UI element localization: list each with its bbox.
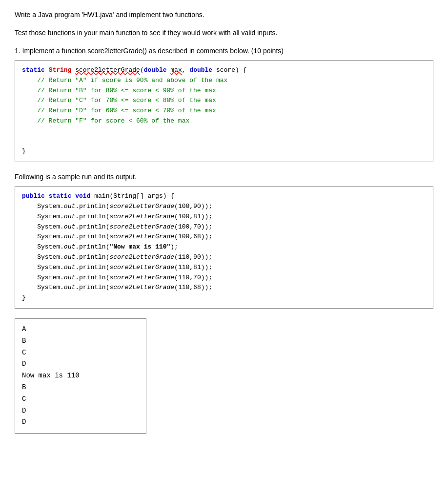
section1-title: 1. Implement a function score2letterGrad… bbox=[15, 46, 433, 56]
section2-title: Following is a sample run and its output… bbox=[15, 172, 433, 182]
output-line-6: B bbox=[22, 382, 139, 394]
code-box-1: static String score2letterGrade(double m… bbox=[15, 60, 433, 162]
output-line-3: C bbox=[22, 347, 139, 359]
output-line-8: D bbox=[22, 405, 139, 417]
output-line-1: A bbox=[22, 324, 139, 335]
output-line-7: C bbox=[22, 394, 139, 405]
output-box: A B C D Now max is 110 B C D D bbox=[15, 318, 146, 434]
output-line-2: B bbox=[22, 335, 139, 347]
output-line-5: Now max is 110 bbox=[22, 370, 139, 382]
output-line-4: D bbox=[22, 358, 139, 370]
intro-line1: Write a Java program 'HW1.java' and impl… bbox=[15, 10, 433, 20]
code-box-2: public static void main(String[] args) {… bbox=[15, 186, 433, 309]
output-line-9: D bbox=[22, 417, 139, 428]
intro-line2: Test those functions in your main functi… bbox=[15, 28, 433, 38]
